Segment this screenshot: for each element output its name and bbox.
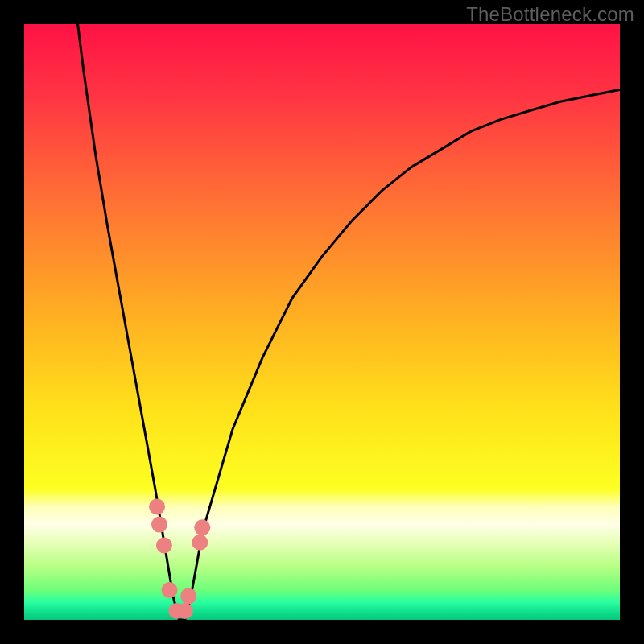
data-marker xyxy=(180,588,196,604)
data-marker xyxy=(156,538,172,554)
data-marker xyxy=(192,535,208,551)
chart-svg xyxy=(24,24,620,620)
data-marker xyxy=(194,519,210,535)
data-marker xyxy=(177,603,193,619)
watermark-text: TheBottleneck.com xyxy=(466,3,634,26)
data-marker xyxy=(149,498,165,514)
data-marker xyxy=(151,517,167,533)
chart-frame: TheBottleneck.com xyxy=(0,0,644,644)
plot-area xyxy=(24,24,620,620)
data-marker xyxy=(162,582,178,598)
